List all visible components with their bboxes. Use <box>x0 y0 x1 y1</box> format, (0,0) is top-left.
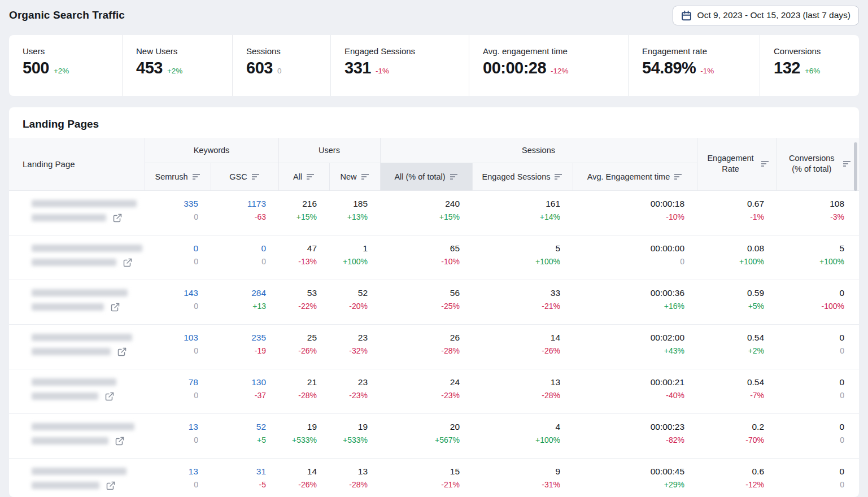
sort-icon[interactable] <box>450 173 458 180</box>
cell-value[interactable]: 235 <box>223 333 266 343</box>
cell-sessions-all: 26-28% <box>380 324 472 369</box>
vertical-scrollbar[interactable] <box>854 142 857 191</box>
cell-value[interactable]: 13 <box>157 467 198 477</box>
external-link-icon[interactable] <box>106 481 115 490</box>
col-semrush[interactable]: Semrush <box>145 163 211 190</box>
landing-page-link[interactable] <box>32 200 145 223</box>
sort-icon[interactable] <box>555 173 562 180</box>
cell-users-new: 23-32% <box>329 324 380 369</box>
cell-gsc: 1173-63 <box>211 190 278 235</box>
cell-value: 0.2 <box>709 422 764 432</box>
sort-icon[interactable] <box>307 173 315 180</box>
col-conversions[interactable]: Conversions (% of total) <box>777 138 859 190</box>
cell-value[interactable]: 0 <box>223 243 266 254</box>
col-users-all[interactable]: All <box>278 163 329 190</box>
cell-delta: -63 <box>223 212 266 221</box>
cell-delta: +100% <box>709 257 764 266</box>
cell-delta: -10% <box>585 212 684 221</box>
cell-value[interactable]: 130 <box>223 377 266 387</box>
cell-delta: +15% <box>392 212 460 221</box>
date-range-button[interactable]: Oct 9, 2023 - Oct 15, 2023 (last 7 days) <box>673 6 859 25</box>
external-link-icon[interactable] <box>105 392 114 401</box>
cell-value: 21 <box>291 377 317 387</box>
cell-semrush: 3350 <box>145 190 211 235</box>
col-avg-engagement-time[interactable]: Avg. Engagement time <box>573 163 697 190</box>
cell-value[interactable]: 31 <box>223 467 266 477</box>
cell-value[interactable]: 52 <box>223 422 266 432</box>
cell-value: 0.6 <box>709 467 764 477</box>
cell-delta: -26% <box>291 480 317 489</box>
table-row: 00 00 47-13% 1+100% 65-10% 5+100% 00:00:… <box>9 235 859 280</box>
cell-delta: +15% <box>291 212 317 221</box>
landing-page-cell <box>9 324 145 369</box>
cell-value[interactable]: 335 <box>157 199 198 209</box>
cell-value: 65 <box>392 243 460 254</box>
cell-value[interactable]: 13 <box>157 422 198 432</box>
cell-value: 0.54 <box>709 377 764 387</box>
external-link-icon[interactable] <box>113 213 122 223</box>
landing-page-link[interactable] <box>32 423 145 446</box>
external-link-icon[interactable] <box>117 347 127 356</box>
landing-page-link[interactable] <box>32 245 145 267</box>
col-engaged-sessions[interactable]: Engaged Sessions <box>472 163 573 190</box>
col-sessions-all[interactable]: All (% of total) <box>380 163 472 190</box>
sort-icon[interactable] <box>674 173 682 180</box>
cell-delta: +533% <box>342 435 368 444</box>
cell-value[interactable]: 103 <box>157 333 198 343</box>
cell-delta: +567% <box>392 435 460 444</box>
kpi-label: Users <box>23 46 122 56</box>
cell-delta: -40% <box>585 391 684 400</box>
cell-sessions-all: 65-10% <box>380 235 472 280</box>
landing-page-link[interactable] <box>32 378 145 401</box>
cell-avg-engagement-time: 00:00:18-10% <box>573 190 697 235</box>
cell-engaged-sessions: 14-26% <box>472 324 573 369</box>
landing-page-link[interactable] <box>32 289 145 312</box>
sort-icon[interactable] <box>193 173 200 180</box>
cell-delta: +43% <box>585 346 684 355</box>
cell-value: 00:00:45 <box>585 467 684 477</box>
cell-value: 00:00:36 <box>585 288 684 298</box>
cell-value[interactable]: 143 <box>157 288 198 298</box>
cell-delta: -1% <box>709 212 764 221</box>
cell-engagement-rate: 0.2-70% <box>697 413 777 458</box>
cell-value[interactable]: 284 <box>223 288 266 298</box>
cell-delta: -25% <box>392 302 460 311</box>
kpi-value: 500 <box>23 59 49 77</box>
sort-icon[interactable] <box>361 173 369 180</box>
cell-delta: -5 <box>223 480 266 489</box>
blurred-text <box>32 423 134 430</box>
col-gsc[interactable]: GSC <box>211 163 278 190</box>
cell-gsc: 31-5 <box>211 458 278 497</box>
cell-value[interactable]: 1173 <box>223 199 266 209</box>
kpi-row: Users 500 +2% New Users 453 +2% Sessions… <box>9 35 859 96</box>
cell-delta: -28% <box>485 391 560 400</box>
calendar-icon <box>681 10 692 21</box>
landing-page-link[interactable] <box>32 334 145 356</box>
cell-value: 0 <box>789 288 844 298</box>
cell-delta: +13 <box>223 302 266 311</box>
sort-icon[interactable] <box>252 173 260 180</box>
col-engagement-rate[interactable]: Engagement Rate <box>697 138 777 190</box>
external-link-icon[interactable] <box>111 303 120 312</box>
kpi-delta: +2% <box>167 67 182 75</box>
cell-value[interactable]: 0 <box>157 243 198 254</box>
external-link-icon[interactable] <box>115 437 124 446</box>
sort-icon[interactable] <box>843 160 851 167</box>
cell-users-new: 1+100% <box>329 235 380 280</box>
landing-page-link[interactable] <box>32 468 145 490</box>
cell-delta: -21% <box>392 480 460 489</box>
cell-value[interactable]: 78 <box>157 377 198 387</box>
cell-value: 53 <box>291 288 317 298</box>
sort-icon[interactable] <box>761 160 769 167</box>
cell-delta: 0 <box>157 302 198 311</box>
kpi-value: 453 <box>136 59 163 77</box>
cell-value: 20 <box>392 422 460 432</box>
col-users-new[interactable]: New <box>329 163 380 190</box>
blurred-text <box>32 214 106 221</box>
cell-engagement-rate: 0.59+5% <box>697 280 777 324</box>
cell-value: 33 <box>485 288 560 298</box>
cell-value: 25 <box>291 333 317 343</box>
external-link-icon[interactable] <box>123 258 132 267</box>
cell-value: 0.67 <box>709 199 764 209</box>
cell-value: 23 <box>342 377 368 387</box>
